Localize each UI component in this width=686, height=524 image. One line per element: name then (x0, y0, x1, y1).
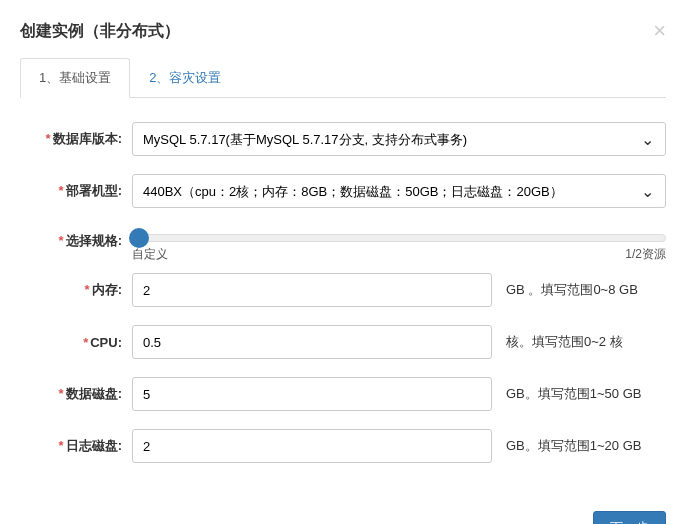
cpu-hint: 核。填写范围0~2 核 (506, 333, 623, 351)
spec-slider-thumb[interactable] (129, 228, 149, 248)
data-disk-input[interactable] (132, 377, 492, 411)
label-memory: *内存: (20, 281, 132, 299)
label-log-disk: *日志磁盘: (20, 437, 132, 455)
spec-slider[interactable] (132, 234, 666, 242)
label-cpu: *CPU: (20, 335, 132, 350)
memory-hint: GB 。填写范围0~8 GB (506, 281, 638, 299)
next-button[interactable]: 下一步 (593, 511, 666, 524)
log-disk-input[interactable] (132, 429, 492, 463)
spec-slider-left-label: 自定义 (132, 246, 168, 263)
cpu-input[interactable] (132, 325, 492, 359)
label-spec: *选择规格: (20, 226, 132, 250)
log-disk-hint: GB。填写范围1~20 GB (506, 437, 641, 455)
machine-type-select[interactable]: 440BX（cpu：2核；内存：8GB；数据磁盘：50GB；日志磁盘：20GB） (132, 174, 666, 208)
close-icon[interactable]: × (653, 18, 666, 44)
tab-bar: 1、基础设置 2、容灾设置 (20, 58, 666, 98)
memory-input[interactable] (132, 273, 492, 307)
label-data-disk: *数据磁盘: (20, 385, 132, 403)
label-db-version: *数据库版本: (20, 130, 132, 148)
db-version-select[interactable]: MySQL 5.7.17(基于MySQL 5.7.17分支, 支持分布式事务) (132, 122, 666, 156)
modal-title: 创建实例（非分布式） (20, 21, 180, 42)
tab-basic-settings[interactable]: 1、基础设置 (20, 58, 130, 98)
spec-slider-right-label: 1/2资源 (625, 246, 666, 263)
label-machine-type: *部署机型: (20, 182, 132, 200)
data-disk-hint: GB。填写范围1~50 GB (506, 385, 641, 403)
tab-disaster-recovery[interactable]: 2、容灾设置 (130, 58, 240, 98)
